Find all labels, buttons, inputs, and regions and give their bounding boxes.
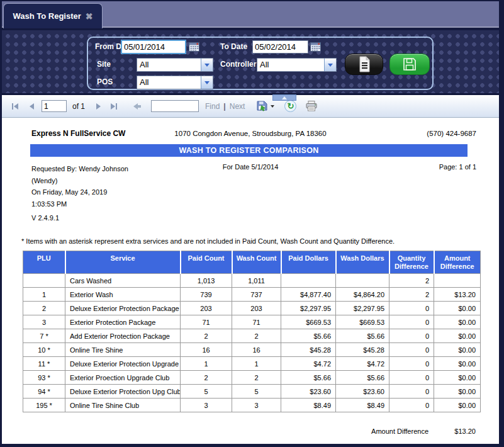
chevron-down-icon[interactable] (201, 76, 213, 89)
table-cell: Exterior Proection Upgrade Club (65, 371, 181, 385)
table-cell: $5.66 (281, 329, 336, 343)
table-cell: $669.53 (281, 315, 336, 329)
table-cell: 203 (232, 302, 281, 315)
back-arrow-icon (133, 103, 138, 110)
from-date-calendar-icon[interactable] (189, 42, 199, 52)
column-header: Wash Count (232, 251, 281, 274)
table-cell (336, 274, 389, 288)
find-link[interactable]: Find (205, 102, 220, 111)
table-cell: $4,877.40 (281, 288, 336, 302)
save-button[interactable] (389, 54, 430, 75)
table-row: 1Exterior Wash739737$4,877.40$4,864.202$… (23, 288, 481, 302)
table-cell: 0 (389, 399, 434, 412)
table-cell: 739 (181, 288, 232, 302)
table-row: 93 *Exterior Proection Upgrade Club22$5.… (23, 371, 481, 385)
column-header: Paid Count (181, 251, 232, 274)
table-cell: 2 (389, 288, 434, 302)
table-cell: 1 (181, 357, 232, 371)
print-button[interactable] (305, 101, 318, 111)
chevron-down-icon[interactable] (201, 59, 213, 71)
to-date-input[interactable] (252, 40, 308, 54)
table-cell: $2,297.95 (336, 302, 389, 315)
table-cell: $4.72 (281, 357, 336, 371)
previous-page-button[interactable] (28, 102, 35, 111)
next-page-button[interactable] (95, 102, 102, 111)
find-text-input[interactable] (151, 100, 199, 112)
last-page-button[interactable] (109, 102, 118, 111)
table-cell: 1 (232, 357, 281, 371)
parameter-collapse-handle[interactable] (272, 94, 296, 101)
tab-bar: Wash To Register ✖ (2, 1, 499, 28)
table-cell: 2 (23, 302, 65, 315)
table-footer: Amount Difference $13.20 (23, 427, 480, 435)
table-cell: Exterior Wash (65, 288, 181, 302)
column-header: Service (65, 251, 181, 274)
table-cell: 0 (389, 357, 434, 371)
to-date-label: To Date (220, 42, 247, 51)
table-cell: $5.66 (336, 371, 389, 385)
page-indicator: Page: 1 of 1 (439, 163, 476, 171)
table-cell: Add Exterior Protection Package (65, 329, 181, 343)
table-cell: 94 * (23, 385, 65, 399)
table-cell: 0 (389, 343, 434, 357)
controller-label: Controller (220, 60, 256, 69)
table-cell: $0.00 (434, 343, 481, 357)
table-cell: 2 (232, 329, 281, 343)
table-cell: 0 (389, 315, 434, 329)
back-to-parent-button[interactable] (133, 103, 141, 110)
find-next-separator: | (223, 102, 225, 111)
table-cell: 2 (181, 371, 232, 385)
column-header: Wash Dollars (336, 251, 389, 274)
table-cell: 11 * (23, 357, 65, 371)
for-date-label: For Date 5/1/2014 (30, 163, 471, 171)
report-page: Express N FullService CW 1070 Congdon Av… (2, 118, 499, 442)
table-cell: 71 (181, 315, 232, 329)
close-icon[interactable]: ✖ (86, 12, 93, 21)
report-view-button[interactable] (345, 54, 383, 75)
refresh-button[interactable]: ↻ (284, 100, 296, 112)
report-title-banner: WASH TO REGISTER COMPARISON (30, 144, 468, 157)
pos-select[interactable]: All (137, 76, 213, 89)
company-address: 1070 Congdon Avenue, Stroudsburg, PA 183… (30, 130, 471, 137)
report-toolbar: of 1 Find | Next ↻ (2, 95, 499, 118)
version-label: V 2.4.9.1 (31, 214, 59, 222)
table-cell: 1,011 (232, 274, 281, 288)
table-cell: Exterior Protection Package (65, 315, 181, 329)
table-cell: 1 (23, 288, 65, 302)
run-time: 1:03:53 PM (31, 198, 128, 210)
next-link[interactable]: Next (230, 102, 245, 111)
first-page-button[interactable] (11, 102, 20, 111)
table-cell: $0.00 (434, 329, 481, 343)
table-cell: $4.72 (336, 357, 389, 371)
asterisk-note: * Items with an asterisk represent extra… (21, 237, 395, 245)
table-cell: 93 * (23, 371, 65, 385)
export-button[interactable] (256, 101, 274, 111)
site-select[interactable]: All (137, 58, 213, 72)
table-cell: 3 (181, 399, 232, 412)
site-label: Site (97, 60, 111, 69)
refresh-icon: ↻ (284, 100, 296, 112)
tab-label: Wash To Register (13, 11, 81, 21)
print-icon (305, 101, 318, 111)
table-cell: $45.28 (281, 343, 336, 357)
table-cell (281, 274, 336, 288)
page-count-label: of 1 (72, 102, 85, 111)
tab-wash-to-register[interactable]: Wash To Register ✖ (3, 3, 103, 28)
run-date: On Friday, May 24, 2019 (31, 186, 128, 198)
table-cell: 16 (181, 343, 232, 357)
table-cell: 71 (232, 315, 281, 329)
table-cell: $0.00 (434, 399, 481, 412)
collapse-up-icon (282, 96, 287, 99)
company-phone: (570) 424-9687 (427, 130, 476, 137)
controller-select[interactable]: All (257, 58, 337, 72)
table-row: 195 *Online Tire Shine Club33$8.49$8.490… (23, 399, 481, 412)
app-window: Wash To Register ✖ From Date To Date (0, 0, 504, 447)
table-cell: 3 (23, 315, 65, 329)
chevron-down-icon[interactable] (324, 59, 336, 71)
last-page-icon (111, 103, 115, 110)
to-date-calendar-icon[interactable] (310, 42, 321, 52)
save-floppy-icon (402, 57, 417, 72)
from-date-input[interactable] (121, 40, 186, 54)
export-dropdown-caret (271, 105, 274, 108)
page-number-input[interactable] (42, 100, 67, 112)
